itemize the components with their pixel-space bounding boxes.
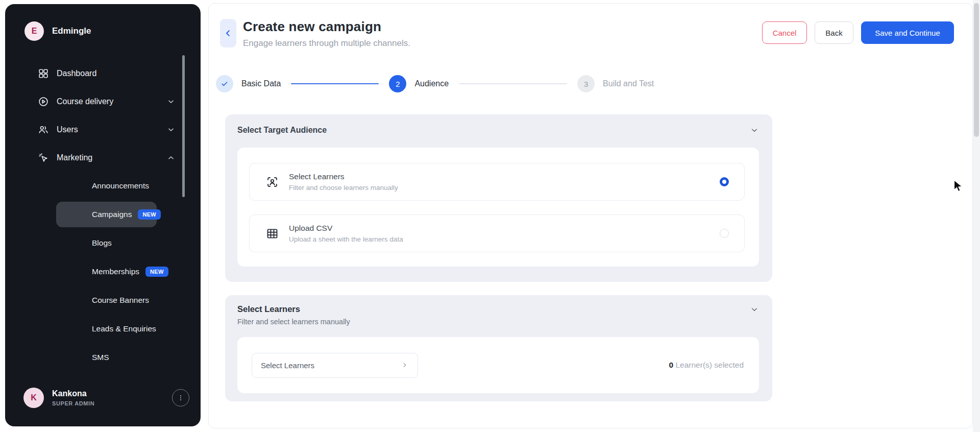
play-circle-icon (38, 96, 49, 107)
user-avatar: K (23, 388, 44, 408)
chevron-down-icon[interactable] (750, 126, 759, 135)
sidebar-item-blogs[interactable]: Blogs (56, 230, 157, 256)
user-scan-icon (265, 175, 279, 189)
sidebar-item-label: Course delivery (57, 97, 113, 106)
option-title: Upload CSV (289, 224, 403, 233)
cursor-click-icon (38, 152, 49, 163)
cancel-button[interactable]: Cancel (762, 21, 807, 44)
save-and-continue-button[interactable]: Save and Continue (861, 21, 954, 44)
option-text: Select Learners Filter and choose learne… (289, 172, 398, 191)
sub-item-label: Leads & Enquiries (92, 324, 156, 333)
brand-avatar: E (24, 21, 44, 41)
target-audience-panel: Select Target Audience Select Learners F… (225, 114, 772, 282)
option-upload-csv[interactable]: Upload CSV Upload a sheet with the learn… (249, 214, 745, 252)
chevron-down-icon (167, 98, 175, 106)
select-learners-dropdown[interactable]: Select Learners (252, 353, 418, 378)
main-content: Create new campaign Engage learners thro… (208, 3, 973, 428)
user-meta: Kankona SUPER ADMIN (52, 389, 94, 406)
step-label: Basic Data (241, 79, 281, 88)
sidebar-item-users[interactable]: Users (38, 115, 175, 143)
sidebar-item-announcements[interactable]: Announcements (56, 173, 157, 199)
sidebar-item-marketing[interactable]: Marketing (38, 143, 175, 172)
step-build-and-test[interactable]: 3 Build and Test (577, 75, 654, 92)
dropdown-label: Select Learners (261, 361, 314, 370)
select-learners-card: Select Learners 0 Learner(s) selected (237, 337, 759, 393)
back-arrow-button[interactable] (220, 19, 236, 47)
option-text: Upload CSV Upload a sheet with the learn… (289, 224, 403, 243)
users-icon (38, 124, 49, 135)
radio-select-learners[interactable] (720, 177, 729, 186)
option-subtitle: Upload a sheet with the learners data (289, 235, 403, 243)
page-scrollbar[interactable] (973, 0, 980, 432)
step-connector-upcoming (459, 83, 567, 84)
select-learners-panel: Select Learners Filter and select learne… (225, 295, 772, 401)
table-icon (265, 227, 279, 241)
learner-count: 0 Learner(s) selected (669, 361, 744, 370)
back-button[interactable]: Back (815, 21, 853, 44)
step-connector-complete (291, 83, 379, 84)
learner-count-number: 0 (669, 361, 674, 369)
sidebar-item-campaigns[interactable]: Campaigns NEW (56, 202, 157, 227)
step-label: Build and Test (603, 79, 654, 88)
new-badge: NEW (145, 267, 168, 277)
step-label: Audience (414, 79, 449, 88)
sidebar-item-course-banners[interactable]: Course Banners (56, 287, 157, 313)
dashboard-grid-icon (38, 68, 49, 79)
chevron-up-icon (167, 154, 175, 162)
panel-title: Select Learners (237, 304, 300, 314)
option-select-learners[interactable]: Select Learners Filter and choose learne… (249, 163, 745, 201)
sidebar-item-dashboard[interactable]: Dashboard (38, 59, 175, 87)
brand: E Edmingle (5, 4, 201, 41)
user-name: Kankona (52, 389, 94, 398)
page-subtitle: Engage learners through multiple channel… (243, 38, 410, 49)
sidebar-item-sms[interactable]: SMS (56, 345, 157, 370)
new-badge: NEW (138, 209, 161, 220)
option-title: Select Learners (289, 172, 398, 181)
brand-name: Edmingle (52, 26, 91, 36)
user-role: SUPER ADMIN (52, 400, 94, 406)
step-audience[interactable]: 2 Audience (389, 75, 449, 92)
sidebar-nav: Dashboard Course delivery Users (5, 59, 201, 370)
panel-subtitle: Filter and select learners manually (237, 318, 759, 326)
step-number: 2 (389, 75, 406, 92)
user-profile: K Kankona SUPER ADMIN (23, 388, 189, 408)
learner-count-suffix: Learner(s) selected (673, 361, 744, 369)
stepper: Basic Data 2 Audience 3 Build and Test (216, 75, 972, 92)
sidebar-item-memberships[interactable]: Memberships NEW (56, 259, 157, 284)
page-title: Create new campaign (243, 19, 410, 35)
panel-title: Select Target Audience (237, 126, 327, 135)
header-text: Create new campaign Engage learners thro… (243, 19, 410, 49)
kebab-icon (177, 394, 185, 402)
sub-item-label: SMS (92, 353, 109, 362)
target-audience-panel-header[interactable]: Select Target Audience (237, 126, 759, 135)
sub-item-label: Course Banners (92, 296, 149, 305)
sidebar-item-label: Marketing (57, 153, 92, 162)
chevron-right-icon (401, 362, 408, 369)
radio-upload-csv[interactable] (720, 229, 729, 238)
user-initial: K (31, 393, 37, 402)
chevron-down-icon (167, 126, 175, 134)
user-menu-button[interactable] (172, 389, 189, 406)
audience-options-card: Select Learners Filter and choose learne… (237, 148, 759, 267)
select-learners-panel-header[interactable]: Select Learners (237, 304, 759, 314)
sidebar: E Edmingle Dashboard Course delivery (5, 4, 201, 426)
sub-item-label: Campaigns (92, 210, 132, 219)
sub-item-label: Announcements (92, 181, 149, 190)
sidebar-item-label: Users (57, 125, 78, 134)
page-header: Create new campaign Engage learners thro… (209, 4, 972, 49)
sub-item-label: Blogs (92, 238, 112, 248)
step-number: 3 (577, 75, 595, 92)
option-subtitle: Filter and choose learners manually (289, 184, 398, 191)
sidebar-item-label: Dashboard (57, 69, 96, 78)
sidebar-scrollbar-thumb[interactable] (182, 55, 185, 197)
page-scrollbar-thumb[interactable] (974, 3, 979, 137)
chevron-left-icon (224, 29, 233, 38)
sidebar-item-course-delivery[interactable]: Course delivery (38, 87, 175, 115)
chevron-down-icon[interactable] (750, 305, 759, 314)
sidebar-item-leads-enquiries[interactable]: Leads & Enquiries (56, 316, 157, 342)
step-basic-data[interactable]: Basic Data (216, 75, 281, 92)
marketing-submenu: Announcements Campaigns NEW Blogs Member… (38, 173, 175, 370)
header-actions: Cancel Back Save and Continue (762, 21, 954, 44)
brand-initial: E (32, 27, 37, 36)
step-check-icon (216, 75, 233, 92)
